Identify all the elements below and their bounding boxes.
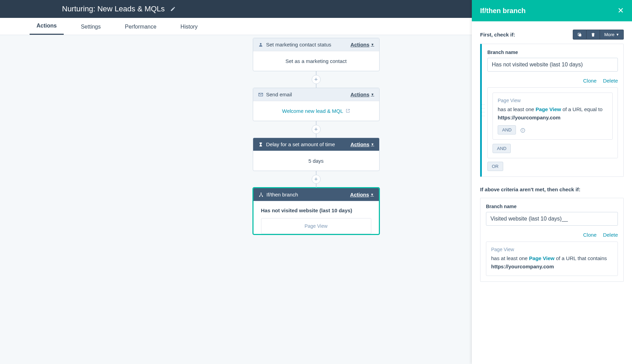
- card-body: 5 days: [253, 151, 379, 171]
- branch-name-label: Branch name: [487, 50, 618, 55]
- svg-point-0: [260, 43, 261, 45]
- panel-toolbar: More ▼: [573, 30, 624, 40]
- hourglass-icon: [258, 142, 263, 147]
- branch-name-input[interactable]: [486, 212, 618, 226]
- panel-header: If/then branch ✕: [472, 0, 632, 21]
- card-actions-menu[interactable]: Actions▼: [351, 92, 374, 97]
- branch-editor-2: Branch name Clone Delete Page View has a…: [480, 198, 624, 282]
- card-body: Welcome new lead & MQL: [253, 101, 379, 121]
- connector: +: [316, 121, 317, 138]
- branch-name: Has not visited website (last 10 days): [261, 207, 371, 213]
- svg-point-7: [522, 129, 523, 130]
- criteria-group: Page View has at least one Page View of …: [487, 87, 618, 158]
- criteria-desc: has at least one Page View of a URL equa…: [498, 105, 608, 122]
- rule-preview: Page View: [261, 218, 371, 234]
- criteria-type: Page View: [498, 98, 608, 103]
- card-body: Set as a marketing contact: [253, 51, 379, 71]
- chevron-down-icon: ▼: [371, 43, 374, 46]
- svg-point-1: [260, 192, 261, 193]
- or-button[interactable]: OR: [487, 162, 503, 171]
- edit-title-icon[interactable]: [170, 6, 176, 12]
- more-button[interactable]: More ▼: [600, 30, 624, 40]
- delete-button[interactable]: [587, 30, 600, 40]
- external-link-icon: [346, 108, 350, 114]
- tab-actions[interactable]: Actions: [30, 18, 64, 35]
- card-actions-menu[interactable]: Actions▼: [351, 42, 374, 47]
- tab-settings[interactable]: Settings: [74, 19, 108, 35]
- svg-point-2: [259, 196, 260, 197]
- card-body: Has not visited website (last 10 days) P…: [253, 201, 379, 234]
- card-actions-menu[interactable]: Actions▼: [351, 141, 374, 147]
- drag-handle-icon[interactable]: ⋮⋮⋮⋮: [482, 103, 485, 118]
- chevron-down-icon: ▼: [371, 93, 374, 96]
- delete-link[interactable]: Delete: [603, 78, 618, 84]
- add-step-button[interactable]: +: [312, 175, 321, 184]
- svg-rect-8: [522, 130, 523, 131]
- card-actions-menu[interactable]: Actions▼: [350, 192, 374, 197]
- card-send-email[interactable]: Send email Actions▼ Welcome new lead & M…: [253, 88, 380, 121]
- close-icon[interactable]: ✕: [618, 6, 624, 15]
- email-link[interactable]: Welcome new lead & MQL: [282, 108, 343, 114]
- card-title: Set marketing contact status: [266, 42, 331, 47]
- person-icon: [258, 42, 263, 47]
- first-check-label: First, check if:: [480, 32, 515, 38]
- and-group-button[interactable]: AND: [493, 144, 511, 153]
- card-if-then-branch[interactable]: If/then branch Actions▼ Has not visited …: [253, 188, 380, 235]
- envelope-icon: [258, 92, 263, 97]
- card-header: Delay for a set amount of time Actions▼: [253, 138, 379, 151]
- add-step-button[interactable]: +: [312, 75, 321, 84]
- svg-point-3: [262, 196, 263, 197]
- card-delay[interactable]: Delay for a set amount of time Actions▼ …: [253, 138, 380, 171]
- chevron-down-icon: ▼: [616, 33, 619, 36]
- card-title: If/then branch: [267, 192, 298, 197]
- panel-body: First, check if: More ▼ ⋮⋮⋮⋮ Branch name…: [472, 21, 632, 364]
- clone-link[interactable]: Clone: [583, 78, 597, 84]
- connector: +: [316, 71, 317, 88]
- tab-history[interactable]: History: [174, 19, 205, 35]
- card-header: Send email Actions▼: [253, 88, 379, 101]
- delete-link[interactable]: Delete: [603, 232, 618, 238]
- criteria-group: Page View has at least one Page View of …: [486, 242, 618, 276]
- card-title: Send email: [266, 92, 292, 97]
- branch-editor-1: ⋮⋮⋮⋮ Branch name Clone Delete Page View …: [480, 44, 624, 177]
- branch-name-label: Branch name: [486, 204, 618, 209]
- chevron-down-icon: ▼: [371, 142, 374, 146]
- connector: +: [316, 171, 317, 188]
- panel-title: If/then branch: [480, 7, 526, 15]
- criteria-desc: has at least one Page View of a URL that…: [491, 254, 613, 271]
- chevron-down-icon: ▼: [371, 193, 374, 196]
- else-check-label: If above criteria aren't met, then check…: [480, 186, 624, 192]
- side-panel: If/then branch ✕ First, check if: More ▼…: [472, 0, 632, 364]
- card-header: Set marketing contact status Actions▼: [253, 38, 379, 51]
- tab-performance[interactable]: Performance: [118, 19, 163, 35]
- criteria-rule[interactable]: Page View has at least one Page View of …: [493, 93, 613, 140]
- branch-icon: [258, 192, 264, 197]
- info-icon[interactable]: [520, 127, 525, 132]
- card-title: Delay for a set amount of time: [266, 141, 335, 147]
- and-button[interactable]: AND: [498, 125, 516, 135]
- copy-button[interactable]: [573, 30, 587, 40]
- card-set-contact-status[interactable]: Set marketing contact status Actions▼ Se…: [253, 38, 380, 71]
- branch-name-input[interactable]: [487, 58, 618, 72]
- criteria-rule[interactable]: Page View has at least one Page View of …: [491, 247, 613, 271]
- svg-rect-4: [579, 34, 581, 36]
- workflow-title: Nurturing: New Leads & MQLs: [62, 4, 165, 13]
- clone-link[interactable]: Clone: [583, 232, 597, 238]
- card-header: If/then branch Actions▼: [253, 188, 379, 201]
- criteria-type: Page View: [491, 247, 613, 252]
- add-step-button[interactable]: +: [312, 125, 321, 134]
